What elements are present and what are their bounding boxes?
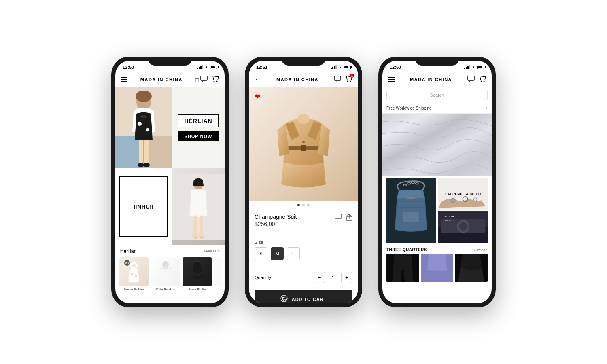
svg-rect-20	[194, 216, 197, 235]
chat-icon-1[interactable]: □	[195, 76, 208, 83]
section-header-herlian: Herlian View All >	[115, 245, 225, 256]
svg-point-29	[135, 275, 137, 277]
time-2: 12:51	[256, 65, 267, 70]
size-l-button[interactable]: L	[287, 247, 300, 260]
hero-photo-1	[115, 87, 172, 168]
product-info-actions: Champagne Suit $256,00	[255, 214, 352, 227]
shipping-banner[interactable]: Free Worldwide Shipping ›	[382, 103, 492, 114]
scroll-content-1: HÈRLIAN SHOP NOW IINHUII	[115, 87, 225, 303]
product-name: Champagne Suit	[255, 214, 297, 220]
svg-point-17	[147, 129, 149, 131]
shipping-text: Free Worldwide Shipping	[386, 106, 432, 110]
product-price: $256,00	[255, 221, 297, 227]
qty-value: 1	[329, 275, 337, 281]
phone-notch-1	[148, 57, 192, 66]
hamburger-menu-1[interactable]	[121, 77, 127, 82]
product-white-bowknot[interactable]: White Bowknot	[151, 257, 180, 291]
scroll-content-3: Search Free Worldwide Shipping ›	[382, 87, 492, 303]
svg-point-50	[481, 81, 482, 82]
three-quarters-view-all[interactable]: View All >	[473, 248, 488, 252]
svg-point-9	[140, 115, 147, 118]
svg-rect-37	[334, 76, 341, 80]
svg-point-68	[459, 222, 467, 231]
shop-now-button[interactable]: SHOP NOW	[178, 131, 219, 141]
new-arrivals-banner[interactable]: NEW ARRIVALS	[382, 114, 492, 176]
svg-rect-59	[407, 197, 415, 199]
share-message-icon[interactable]	[335, 214, 342, 222]
size-s-button[interactable]: S	[255, 247, 267, 260]
add-to-cart-button[interactable]: ADD TO CART	[255, 290, 352, 303]
svg-text:63: 63	[125, 262, 129, 265]
herlian-brand-box: HÈRLIAN	[178, 114, 219, 127]
status-icons-2: ▲	[331, 65, 351, 69]
svg-point-2	[216, 81, 217, 82]
svg-point-15	[139, 123, 140, 125]
time-3: 12:50	[390, 65, 401, 70]
flower-bubble-img: 63	[119, 257, 149, 286]
chat-icon-3[interactable]	[467, 76, 475, 83]
chevron-right-icon: ›	[486, 105, 488, 111]
iinhuii-brand-box: IINHUII	[119, 176, 168, 237]
black-ruffle-img	[183, 257, 212, 286]
product-extra	[214, 257, 221, 291]
wifi-icon-3: ▲	[472, 65, 475, 69]
favorite-icon[interactable]: ❤	[255, 92, 261, 101]
bottom-item-black-1[interactable]	[386, 254, 419, 282]
quantity-controls: − 1 +	[314, 272, 352, 283]
wifi-icon-1: ▲	[205, 65, 208, 69]
svg-point-42	[297, 114, 310, 124]
svg-point-1	[213, 81, 214, 82]
svg-text:VIE KID: VIE KID	[445, 219, 452, 222]
svg-rect-11	[144, 140, 149, 164]
hero-grid: HÈRLIAN SHOP NOW	[115, 87, 225, 168]
brand-grid-bag[interactable]	[386, 178, 436, 243]
laurence-chico-label: LAURENCE & CHICO	[445, 192, 481, 196]
back-button[interactable]: ←	[255, 76, 261, 83]
svg-point-51	[484, 81, 485, 82]
dot-2	[302, 204, 305, 206]
svg-rect-52	[382, 114, 492, 176]
app-title-2: MADA IN CHINA	[276, 77, 318, 82]
signal-icon-3	[464, 65, 470, 69]
quantity-label: Quantity	[255, 275, 271, 280]
product-black-ruffle[interactable]: Black Ruffle	[183, 257, 212, 291]
cart-icon-2[interactable]: 1	[345, 75, 352, 84]
size-m-button[interactable]: M	[271, 247, 284, 260]
cart-icon-3[interactable]	[479, 75, 486, 84]
search-input[interactable]: Search	[386, 90, 488, 100]
bottom-item-black-2[interactable]	[455, 254, 488, 282]
nav-bar-2: ← MADA IN CHINA 1	[249, 72, 358, 87]
product-row-1: 63 Flower Bubble	[115, 256, 225, 293]
three-quarters-title: THREE QUARTERS	[386, 248, 427, 252]
dot-3	[307, 204, 310, 206]
svg-rect-41	[301, 145, 306, 151]
extra-img	[214, 257, 221, 286]
svg-point-28	[131, 273, 133, 275]
cart-btn-icon	[280, 295, 288, 303]
product-info: Champagne Suit $256,00	[249, 210, 358, 231]
svg-point-48	[285, 300, 286, 301]
size-section: Size S M L	[249, 238, 358, 262]
three-quarters-section: THREE QUARTERS View All >	[382, 245, 492, 284]
bottom-item-purple[interactable]	[421, 254, 454, 282]
product-flower-bubble[interactable]: 63 Flower Bubble	[119, 257, 149, 291]
share-upload-icon[interactable]	[346, 214, 352, 222]
product-action-icons	[335, 214, 352, 222]
hamburger-menu-3[interactable]	[388, 77, 395, 82]
divider-1	[249, 235, 358, 235]
qty-minus-button[interactable]: −	[314, 272, 325, 283]
svg-rect-0	[201, 76, 207, 80]
herlian-view-all[interactable]: View All >	[204, 249, 220, 253]
black-ruffle-label: Black Ruffle	[189, 288, 206, 291]
nav-bar-3: MADA IN CHINA	[382, 72, 492, 87]
brands-grid: LAURENCE & CHICO	[382, 176, 492, 245]
dot-1	[297, 204, 300, 206]
battery-icon-2	[344, 66, 351, 69]
chat-icon-2[interactable]	[334, 76, 341, 83]
phone-2: 12:51 ▲ ← MADA IN CHINA 1	[245, 57, 362, 307]
svg-point-39	[350, 81, 351, 82]
qty-plus-button[interactable]: +	[341, 272, 352, 283]
cart-icon-1[interactable]	[212, 75, 219, 84]
three-quarters-header: THREE QUARTERS View All >	[386, 248, 488, 252]
battery-icon-3	[477, 66, 484, 69]
